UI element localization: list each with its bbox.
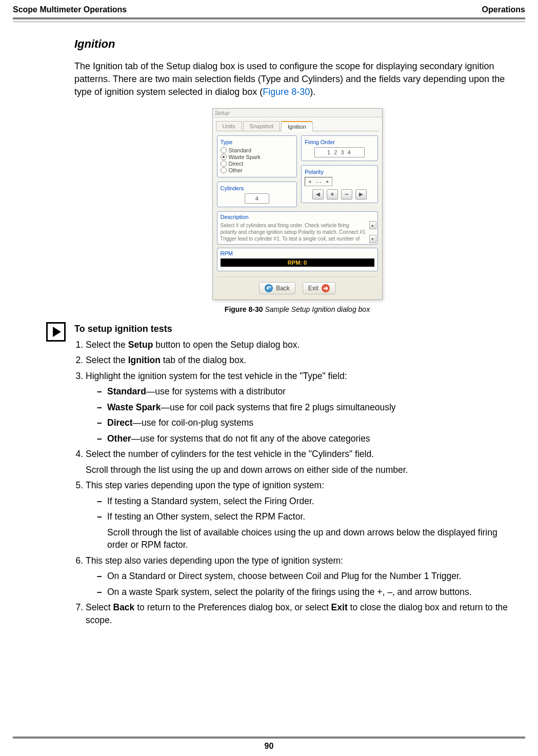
radio-icon [221, 167, 227, 173]
type-label: Type [221, 139, 294, 145]
firing-order-panel: Firing Order 1 2 3 4 [301, 135, 377, 161]
step-3: Highlight the ignition system for the te… [86, 370, 520, 445]
tab-ignition[interactable]: Ignition [281, 121, 312, 131]
step-4: Select the number of cylinders for the t… [86, 448, 520, 476]
step-6: This step also varies depending upon the… [86, 554, 520, 599]
firing-order-label: Firing Order [305, 139, 374, 145]
polarity-minus-button[interactable]: − [341, 189, 352, 200]
type-option-standard[interactable]: Standard [221, 147, 294, 153]
step-3d: Other—use for systems that do not fit an… [97, 432, 520, 445]
step-6a: On a Standard or Direct system, choose b… [97, 570, 520, 583]
procedure-icon [46, 322, 66, 342]
scroll-up-icon[interactable]: ▴ [369, 221, 376, 229]
scroll-down-icon[interactable]: ▾ [369, 235, 376, 243]
dialog-tabs: Units Snapshot Ignition [216, 120, 379, 131]
exit-button[interactable]: Exit ➜ [303, 282, 335, 294]
polarity-display: + - - + [305, 177, 332, 186]
procedure-title: To setup ignition tests [74, 324, 520, 334]
step-5a: If testing a Standard system, select the… [97, 495, 520, 508]
description-scrollbar[interactable]: ▴ ▾ [369, 221, 376, 243]
page-number: 90 [13, 742, 525, 751]
procedure-steps: Select the Setup button to open the Setu… [74, 339, 520, 627]
type-option-waste-spark[interactable]: Waste Spark [221, 154, 294, 160]
step-2: Select the Ignition tab of the dialog bo… [86, 354, 520, 367]
step-1: Select the Setup button to open the Setu… [86, 339, 520, 351]
header-rule-thin [13, 22, 525, 22]
rpm-label: RPM [221, 250, 374, 256]
step-3b: Waste Spark—use for coil pack systems th… [97, 401, 520, 414]
firing-order-value[interactable]: 1 2 3 4 [314, 147, 365, 157]
dialog-title: Setup [213, 109, 382, 117]
figure: Setup Units Snapshot Ignition Type Stand… [74, 108, 520, 313]
section-title: Ignition [74, 37, 520, 51]
step-3c: Direct—use for coil-on-plug systems [97, 416, 520, 429]
header-rule-thick [13, 17, 525, 19]
rpm-panel: RPM RPM: 0 [217, 248, 378, 271]
radio-icon [221, 147, 227, 153]
header-left: Scope Multimeter Operations [13, 5, 127, 14]
cylinders-value[interactable]: 4 [245, 193, 269, 204]
step-6b: On a waste Spark system, select the pola… [97, 586, 520, 599]
type-option-direct[interactable]: Direct [221, 161, 294, 167]
dialog-divider [217, 276, 378, 277]
tab-snapshot[interactable]: Snapshot [243, 121, 280, 131]
cylinders-panel: Cylinders 4 [217, 182, 297, 207]
tab-units[interactable]: Units [216, 121, 242, 131]
header-right: Operations [482, 5, 525, 14]
polarity-label: Polarity [305, 169, 374, 175]
step-5b: If testing an Other system, select the R… [97, 510, 520, 551]
intro-paragraph: The Ignition tab of the Setup dialog box… [74, 60, 520, 99]
polarity-plus-button[interactable]: + [327, 189, 338, 200]
polarity-left-button[interactable]: ◄ [312, 189, 324, 200]
description-panel: Description Select # of cylinders and fi… [217, 211, 378, 245]
exit-arrow-icon: ➜ [322, 284, 330, 292]
back-button[interactable]: ↶ Back [259, 282, 295, 294]
back-arrow-icon: ↶ [265, 284, 273, 292]
description-text: Select # of cylinders and firing order. … [221, 222, 374, 242]
footer-rule [13, 737, 525, 739]
type-option-other[interactable]: Other [221, 167, 294, 173]
cylinders-label: Cylinders [221, 185, 294, 191]
setup-dialog: Setup Units Snapshot Ignition Type Stand… [212, 108, 383, 300]
radio-icon [221, 161, 227, 167]
description-label: Description [221, 214, 374, 220]
rpm-display: RPM: 0 [221, 258, 374, 267]
radio-icon [221, 154, 227, 160]
type-panel: Type Standard Waste Spark Direct Other [217, 135, 297, 177]
figure-caption: Figure 8-30 Sample Setup Ignition dialog… [74, 305, 520, 313]
step-5: This step varies depending upon the type… [86, 479, 520, 551]
step-3a: Standard—use for systems with a distribu… [97, 385, 520, 398]
figure-link[interactable]: Figure 8-30 [263, 87, 310, 97]
polarity-right-button[interactable]: ► [355, 189, 367, 200]
step-7: Select Back to return to the Preferences… [86, 601, 520, 626]
intro-text-after: ). [310, 87, 315, 97]
polarity-panel: Polarity + - - + ◄ + − ► [301, 165, 377, 203]
